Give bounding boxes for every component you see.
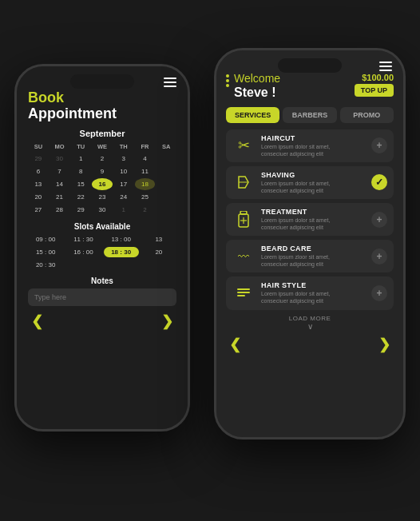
add-haircut-button[interactable]: +	[371, 137, 387, 153]
hamburger-menu-1[interactable]	[164, 78, 176, 87]
service-name-hair-style: HAIR STYLE	[261, 281, 365, 289]
cal-day[interactable]: 23	[92, 191, 113, 203]
slot-2030[interactable]: 20 : 30	[28, 260, 63, 270]
phone-1-notch	[70, 74, 134, 89]
cal-day[interactable]: 8	[70, 165, 91, 177]
cal-day[interactable]: 21	[50, 191, 70, 203]
nav-arrows-phone2: ❮ ❯	[226, 336, 394, 353]
cal-day[interactable]: 27	[28, 204, 49, 216]
slot-0900[interactable]: 09 : 00	[28, 234, 63, 245]
cal-day[interactable]: 30	[50, 153, 70, 165]
cal-day[interactable]: 4	[135, 153, 156, 165]
cal-day[interactable]: 1	[70, 153, 91, 165]
hamburger-menu-2[interactable]	[379, 62, 392, 71]
cal-day-selected[interactable]: 16	[92, 178, 113, 190]
svg-rect-5	[237, 288, 250, 290]
cal-day[interactable]: 22	[70, 191, 91, 203]
cal-day	[156, 191, 176, 203]
shaving-icon	[232, 171, 255, 193]
slot-1500[interactable]: 15 : 00	[28, 247, 63, 257]
welcome-label: Welcome	[234, 73, 355, 85]
cal-day[interactable]: 9	[92, 165, 113, 177]
cal-day-highlighted[interactable]: 18	[135, 178, 156, 190]
service-info-hair-style: HAIR STYLE Lorem ipsum dolor sit amet,co…	[261, 281, 365, 304]
service-desc-shaving: Lorem ipsum dolor sit amet,conseciuer ad…	[261, 180, 365, 194]
cal-header-fr: FR	[135, 141, 156, 152]
cal-day[interactable]: 15	[70, 178, 91, 190]
slot-20[interactable]: 20	[141, 247, 176, 257]
welcome-text: Welcome Steve !	[229, 73, 355, 101]
tab-promo[interactable]: PROMO	[340, 107, 394, 123]
cal-day[interactable]: 1	[113, 204, 134, 216]
service-desc-hair-style: Lorem ipsum dolor sit amet,conseciuer ad…	[261, 290, 365, 304]
service-list: ✂ HAIRCUT Lorem ipsum dolor sit amet,con…	[226, 129, 394, 310]
slot-1830-selected[interactable]: 18 : 30	[104, 247, 139, 257]
cal-day	[156, 165, 176, 177]
cal-day[interactable]: 25	[135, 191, 156, 203]
cal-header-mo: MO	[50, 141, 70, 152]
cal-day[interactable]: 20	[28, 191, 49, 203]
slot-13[interactable]: 13	[141, 234, 176, 245]
svg-rect-7	[237, 295, 245, 296]
tabs-container: SERVICES BARBERS PROMO	[226, 107, 394, 123]
cal-day	[156, 178, 176, 190]
cal-day[interactable]: 29	[70, 204, 91, 216]
cal-day	[156, 204, 176, 216]
tab-barbers[interactable]: BARBERS	[283, 107, 336, 123]
tab-services[interactable]: SERVICES	[226, 107, 279, 123]
phone-2-screen: Welcome Steve ! $100.00 TOP UP SERVICES …	[216, 50, 403, 437]
cal-day[interactable]: 30	[92, 204, 113, 216]
notes-title: Notes	[28, 276, 176, 285]
cal-day[interactable]: 3	[113, 153, 134, 165]
service-name-beard-care: BEARD CARE	[261, 245, 365, 253]
slots-title: Slots Available	[28, 222, 176, 231]
welcome-name: Steve !	[234, 85, 355, 100]
prev-arrow-phone1[interactable]: ❮	[31, 312, 43, 330]
prev-arrow-phone2[interactable]: ❮	[229, 336, 241, 353]
load-more-arrow[interactable]: ∨	[226, 322, 394, 331]
service-item-treatment: TREATMENT Lorem ipsum dolor sit amet,con…	[226, 203, 394, 236]
next-arrow-phone2[interactable]: ❯	[378, 336, 390, 353]
beard-care-icon: 〰	[232, 245, 255, 268]
cal-day[interactable]: 17	[113, 178, 134, 190]
selected-shaving-button[interactable]: ✓	[371, 174, 387, 190]
service-item-hair-style: HAIR STYLE Lorem ipsum dolor sit amet,co…	[226, 276, 394, 309]
service-info-shaving: SHAVING Lorem ipsum dolor sit amet,conse…	[261, 171, 365, 194]
cal-day[interactable]: 13	[28, 178, 49, 190]
cal-day[interactable]: 2	[92, 153, 113, 165]
notes-input[interactable]	[28, 288, 176, 306]
service-item-haircut: ✂ HAIRCUT Lorem ipsum dolor sit amet,con…	[226, 129, 394, 162]
cal-day[interactable]: 28	[50, 204, 70, 216]
cal-day[interactable]: 6	[28, 165, 49, 177]
slot-1300[interactable]: 13 : 00	[104, 234, 139, 245]
book-label: Book	[28, 90, 176, 106]
cal-day[interactable]: 10	[113, 165, 134, 177]
treatment-icon	[232, 209, 255, 231]
nav-arrows-phone1: ❮ ❯	[28, 312, 176, 330]
cal-day[interactable]: 14	[50, 178, 70, 190]
cal-header-su: SU	[28, 141, 49, 152]
notes-section: Notes	[28, 276, 176, 306]
cal-day[interactable]: 11	[135, 165, 156, 177]
haircut-icon: ✂	[232, 134, 255, 157]
service-info-haircut: HAIRCUT Lorem ipsum dolor sit amet,conse…	[261, 134, 365, 157]
slot-1600[interactable]: 16 : 00	[65, 247, 101, 257]
cal-day[interactable]: 7	[50, 165, 70, 177]
cal-day[interactable]: 29	[28, 153, 49, 165]
cal-day[interactable]: 2	[135, 204, 156, 216]
cal-header-tu: TU	[70, 141, 91, 152]
service-info-treatment: TREATMENT Lorem ipsum dolor sit amet,con…	[261, 208, 365, 231]
next-arrow-phone1[interactable]: ❯	[161, 312, 173, 330]
add-beard-care-button[interactable]: +	[371, 249, 387, 264]
cal-day[interactable]: 24	[113, 191, 134, 203]
slot-1130[interactable]: 11 : 30	[65, 234, 101, 245]
service-name-haircut: HAIRCUT	[261, 134, 365, 142]
book-appointment-title: Book Appointment	[28, 90, 176, 122]
service-name-treatment: TREATMENT	[261, 208, 365, 216]
load-more-section: LOAD MORE ∨	[226, 315, 394, 331]
welcome-header: Welcome Steve ! $100.00 TOP UP	[226, 73, 394, 101]
add-hair-style-button[interactable]: +	[371, 285, 387, 301]
service-item-beard-care: 〰 BEARD CARE Lorem ipsum zloor sit amet,…	[226, 240, 394, 272]
add-treatment-button[interactable]: +	[371, 212, 387, 228]
top-up-button[interactable]: TOP UP	[355, 84, 394, 97]
